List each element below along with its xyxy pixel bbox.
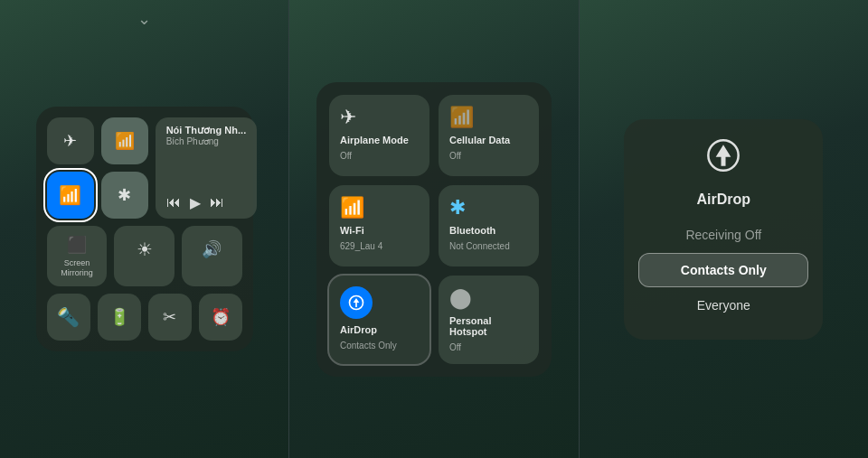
hotspot-label: Personal Hotspot bbox=[449, 315, 528, 337]
bluetooth-icon: ✱ bbox=[118, 185, 131, 205]
widget-row: ⬛ ScreenMirroring ☀ . 🔊 . bbox=[47, 226, 242, 287]
control-center-mid: ✈ Airplane Mode Off 📶 Cellular Data Off … bbox=[316, 82, 552, 377]
volume-label: . bbox=[211, 263, 213, 273]
screen-mirroring-label: ScreenMirroring bbox=[61, 258, 93, 278]
bluetooth-status: Not Connected bbox=[449, 241, 510, 252]
clock-button[interactable]: ⏰ bbox=[199, 294, 242, 341]
airdrop-option-everyone[interactable]: Everyone bbox=[638, 289, 808, 322]
volume-icon: 🔊 bbox=[202, 239, 222, 259]
control-center-left: ✈ 📶 📶 ✱ bbox=[36, 107, 253, 352]
brightness-label: . bbox=[143, 264, 146, 274]
airplane-icon: ✈ bbox=[63, 131, 77, 151]
airdrop-label: AirDrop bbox=[340, 324, 377, 335]
battery-icon: 🔋 bbox=[109, 307, 129, 327]
wifi-icon: 📶 bbox=[59, 184, 81, 206]
cellular-data-icon: 📶 bbox=[449, 106, 474, 129]
airplane-mode-button[interactable]: ✈ bbox=[47, 117, 94, 164]
airdrop-menu-title: AirDrop bbox=[697, 192, 751, 208]
bluetooth-toggle-icon: ✱ bbox=[449, 196, 466, 220]
airplane-mode-toggle[interactable]: ✈ Airplane Mode Off bbox=[329, 95, 429, 176]
wifi-toggle-label: Wi-Fi bbox=[340, 225, 364, 236]
bluetooth-button[interactable]: ✱ bbox=[101, 172, 148, 219]
music-title: Nói Thương Nh... bbox=[166, 125, 247, 136]
mid-panel: ✈ Airplane Mode Off 📶 Cellular Data Off … bbox=[289, 0, 579, 458]
flashlight-icon: 🔦 bbox=[57, 306, 80, 328]
airdrop-icon-circle bbox=[340, 286, 373, 319]
next-button[interactable]: ⏭ bbox=[210, 194, 224, 210]
music-artist: Bích Phương bbox=[166, 136, 247, 146]
airdrop-option-receiving-off[interactable]: Receiving Off bbox=[638, 219, 808, 251]
connectivity-row: ✈ 📶 📶 ✱ bbox=[47, 117, 242, 219]
airdrop-menu-card: AirDrop Receiving Off Contacts Only Ever… bbox=[624, 119, 823, 340]
right-panel: AirDrop Receiving Off Contacts Only Ever… bbox=[580, 0, 868, 458]
airdrop-icon bbox=[347, 294, 365, 312]
wifi-toggle[interactable]: 📶 Wi-Fi 629_Lau 4 bbox=[329, 185, 429, 266]
screen-mirroring-button[interactable]: ⬛ ScreenMirroring bbox=[47, 226, 108, 287]
airdrop-options: Receiving Off Contacts Only Everyone bbox=[638, 219, 808, 322]
chevron-icon: ⌄ bbox=[137, 9, 151, 29]
cellular-data-status: Off bbox=[449, 151, 461, 162]
battery-button[interactable]: 🔋 bbox=[98, 294, 141, 341]
wifi-button[interactable]: 📶 bbox=[47, 172, 94, 219]
volume-button[interactable]: 🔊 . bbox=[182, 226, 242, 287]
screen-mirroring-icon: ⬛ bbox=[67, 235, 87, 255]
hotspot-toggle[interactable]: ⬤ Personal Hotspot Off bbox=[439, 276, 539, 364]
wifi-network-name: 629_Lau 4 bbox=[340, 241, 382, 252]
screenshot-icon: ✂ bbox=[163, 307, 176, 327]
airdrop-menu-icon bbox=[705, 137, 741, 181]
hotspot-icon: ⬤ bbox=[449, 286, 472, 310]
screenshot-button[interactable]: ✂ bbox=[148, 294, 192, 341]
hotspot-status: Off bbox=[449, 342, 461, 353]
brightness-icon: ☀ bbox=[137, 238, 153, 260]
airdrop-option-contacts-only[interactable]: Contacts Only bbox=[638, 253, 808, 287]
flashlight-button[interactable]: 🔦 bbox=[47, 294, 90, 341]
cellular-icon: 📶 bbox=[115, 131, 135, 151]
play-button[interactable]: ▶ bbox=[190, 194, 201, 211]
airplane-mode-icon: ✈ bbox=[340, 106, 356, 129]
bluetooth-toggle-label: Bluetooth bbox=[449, 225, 495, 236]
music-widget[interactable]: Nói Thương Nh... Bích Phương ⏮ ▶ ⏭ bbox=[156, 117, 258, 219]
airdrop-status: Contacts Only bbox=[340, 341, 397, 351]
airplane-mode-status: Off bbox=[340, 151, 352, 162]
left-panel: ⌄ ✈ 📶 📶 bbox=[0, 0, 289, 458]
cellular-button[interactable]: 📶 bbox=[101, 117, 148, 164]
prev-button[interactable]: ⏮ bbox=[166, 194, 181, 210]
cellular-data-label: Cellular Data bbox=[449, 135, 510, 145]
clock-icon: ⏰ bbox=[211, 307, 231, 327]
wifi-toggle-icon: 📶 bbox=[340, 196, 364, 220]
airplane-mode-label: Airplane Mode bbox=[340, 135, 409, 145]
cellular-data-toggle[interactable]: 📶 Cellular Data Off bbox=[439, 95, 539, 176]
shortcut-row: 🔦 🔋 ✂ ⏰ bbox=[47, 294, 242, 341]
bluetooth-toggle[interactable]: ✱ Bluetooth Not Connected bbox=[439, 185, 539, 266]
airdrop-toggle[interactable]: AirDrop Contacts Only bbox=[329, 276, 429, 364]
brightness-button[interactable]: ☀ . bbox=[114, 226, 175, 287]
